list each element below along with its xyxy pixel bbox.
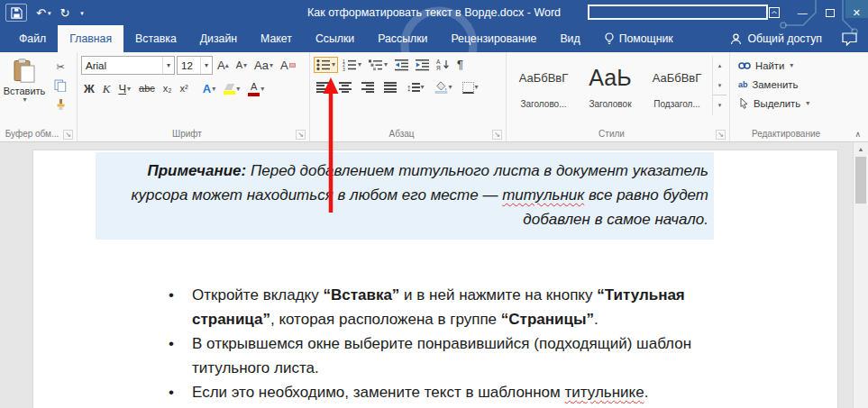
clipboard-dialog-launcher[interactable]: ↘ xyxy=(63,130,73,140)
customize-qat-icon: ▾ xyxy=(80,10,84,16)
font-dialog-launcher[interactable]: ↘ xyxy=(296,130,306,140)
highlight-color-bar xyxy=(224,91,235,95)
styles-more-button[interactable]: ▾ xyxy=(713,95,726,115)
style-item-subtitle[interactable]: АаБбВвГ Подзагол... xyxy=(644,56,710,113)
align-right-button[interactable] xyxy=(359,80,377,95)
save-button[interactable] xyxy=(5,4,27,22)
align-left-button[interactable] xyxy=(314,80,332,95)
strikethrough-button[interactable]: abc xyxy=(136,82,158,95)
comment-icon[interactable] xyxy=(842,32,857,46)
find-button[interactable]: Найти ▾ xyxy=(734,56,839,75)
shading-icon xyxy=(434,81,448,94)
paste-icon xyxy=(14,59,35,83)
tab-view[interactable]: Вид xyxy=(548,25,591,52)
font-name-combo[interactable]: Arial ▾ xyxy=(81,56,175,75)
style-item-heading[interactable]: АаЬ Заголовок xyxy=(577,56,644,113)
tab-home[interactable]: Главная xyxy=(58,25,123,52)
save-icon xyxy=(11,7,23,19)
sort-button[interactable]: А Я xyxy=(434,57,452,73)
text-effects-button[interactable]: А▾ xyxy=(200,81,218,96)
bulleted-list: • Откройте вкладку “Вставка” и в ней наж… xyxy=(169,283,727,404)
superscript-button[interactable]: х² xyxy=(178,82,191,95)
font-name-dropdown-icon[interactable]: ▾ xyxy=(162,57,174,74)
redo-button[interactable]: ↻ xyxy=(59,7,69,19)
bullets-button[interactable]: ▾ xyxy=(314,57,338,73)
ribbon-display-options-icon xyxy=(769,7,780,18)
shading-button[interactable]: ▾ xyxy=(432,79,455,95)
close-button[interactable]: ✕ xyxy=(853,8,861,18)
tab-file[interactable]: Файл xyxy=(7,25,58,52)
annotation-rectangle xyxy=(588,5,768,20)
tab-design[interactable]: Дизайн xyxy=(188,25,249,52)
show-marks-button[interactable]: ¶ xyxy=(454,56,466,73)
person-icon xyxy=(730,33,742,45)
style-item-heading1[interactable]: АаБбВвГ Заголово... xyxy=(510,56,577,113)
misspelled-word: титульнике xyxy=(565,384,644,401)
tab-review[interactable]: Рецензирование xyxy=(439,25,548,52)
align-right-icon xyxy=(361,82,374,93)
decrease-indent-button[interactable] xyxy=(392,57,411,73)
scroll-up-button[interactable]: ▲ xyxy=(854,142,868,156)
list-item: • В открывшемся окне выберите понравивши… xyxy=(169,331,727,380)
line-spacing-button[interactable]: ↕▾ xyxy=(404,80,427,95)
clipboard-group: Вставить ▾ ✂ Буфер обм... ↘ xyxy=(0,52,78,141)
grow-font-button[interactable]: А▴ xyxy=(215,58,232,73)
undo-dropdown-icon[interactable]: ▾ xyxy=(48,10,51,16)
ribbon-display-options-button[interactable] xyxy=(769,7,780,18)
paragraph-group: ▾ 1 2 3 ▾ ▾ xyxy=(310,52,507,141)
vertical-scrollbar[interactable]: ▲ xyxy=(853,142,868,408)
paste-dropdown-icon[interactable]: ▾ xyxy=(23,96,26,104)
borders-icon xyxy=(462,82,474,94)
italic-button[interactable]: К xyxy=(100,81,114,96)
bullets-icon xyxy=(316,59,331,71)
highlight-color-button[interactable]: ▾ xyxy=(221,82,242,96)
restore-button[interactable] xyxy=(826,9,835,17)
document-page[interactable]: Примечание: Перед добавлением титульного… xyxy=(32,150,838,408)
tab-layout[interactable]: Макет xyxy=(249,25,304,52)
replace-button[interactable]: ab Заменить xyxy=(734,75,839,94)
increase-indent-button[interactable] xyxy=(413,57,432,73)
select-button[interactable]: Выделить ▾ xyxy=(734,94,839,113)
clear-formatting-button[interactable]: А xyxy=(278,58,298,73)
borders-button[interactable]: ▾ xyxy=(460,80,481,95)
svg-text:3: 3 xyxy=(343,67,345,71)
minimize-button[interactable]: — xyxy=(798,8,808,18)
bold-button[interactable]: Ж xyxy=(81,81,97,96)
font-size-dropdown-icon[interactable]: ▾ xyxy=(200,57,212,74)
subscript-button[interactable]: х₂ xyxy=(160,82,175,95)
font-size-combo[interactable]: 12 ▾ xyxy=(177,56,213,75)
collapse-ribbon-button[interactable]: ∧ xyxy=(854,130,861,139)
tab-insert[interactable]: Вставка xyxy=(123,25,188,52)
justify-button[interactable] xyxy=(381,80,399,95)
font-color-button[interactable]: А▾ xyxy=(245,80,267,98)
paragraph-group-label: Абзац xyxy=(310,129,493,139)
shrink-font-button[interactable]: А▾ xyxy=(233,59,250,72)
increase-indent-icon xyxy=(416,59,429,71)
copy-button[interactable] xyxy=(49,77,72,94)
editing-group: Найти ▾ ab Заменить Выделить ▾ Редактиро… xyxy=(730,52,842,141)
multilevel-list-icon xyxy=(369,59,383,71)
bullet-marker: • xyxy=(169,331,192,380)
numbering-button[interactable]: 1 2 3 ▾ xyxy=(340,57,364,73)
restore-icon xyxy=(826,9,835,17)
styles-scroll-down-button[interactable]: ▾ xyxy=(713,76,726,95)
tab-mailings[interactable]: Рассылки xyxy=(366,25,439,52)
format-painter-button[interactable] xyxy=(49,96,72,113)
underline-button[interactable]: Ч▾ xyxy=(115,81,133,96)
undo-button[interactable]: ↶▾ xyxy=(36,7,50,19)
align-center-button[interactable] xyxy=(336,80,354,95)
change-case-button[interactable]: Аа▾ xyxy=(251,58,276,73)
tab-references[interactable]: Ссылки xyxy=(304,25,366,52)
eraser-icon xyxy=(289,63,296,68)
cut-button[interactable]: ✂ xyxy=(49,59,72,75)
multilevel-list-button[interactable]: ▾ xyxy=(366,57,390,73)
styles-dialog-launcher[interactable]: ↘ xyxy=(716,130,726,140)
paragraph-dialog-launcher[interactable]: ↘ xyxy=(492,130,502,140)
styles-scroll-up-button[interactable]: ▴ xyxy=(713,56,726,76)
scrollbar-thumb[interactable] xyxy=(855,157,866,204)
paste-button[interactable]: Вставить ▾ xyxy=(4,56,45,105)
font-color-bar xyxy=(248,93,260,96)
customize-qat-button[interactable]: ▾ xyxy=(78,10,84,16)
tab-assistant[interactable]: Помощник xyxy=(592,25,685,52)
share-button[interactable]: Общий доступ xyxy=(730,32,822,45)
